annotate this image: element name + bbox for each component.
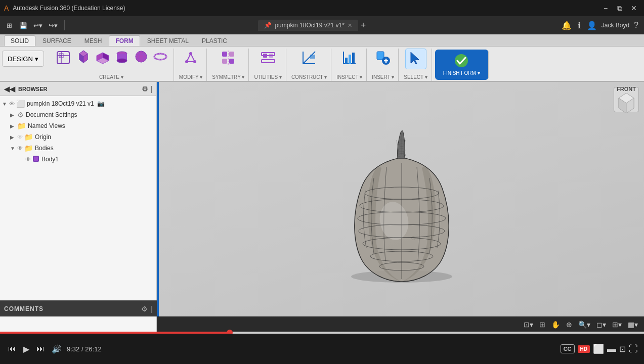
box-button[interactable] [74,49,93,66]
tree-item-named-views[interactable]: ▶ 📁 Named Views [0,120,156,131]
tree-item-doc-settings[interactable]: ▶ ⚙ Document Settings [0,109,156,120]
titlebar: A Autodesk Fusion 360 (Education License… [0,0,644,16]
info-icon[interactable]: ℹ [576,19,582,32]
tab-surface[interactable]: SURFACE [36,36,77,46]
construct-icon [301,50,317,67]
undo-button[interactable]: ↩▾ [31,20,45,31]
ribbon-group-finish-form: FINISH FORM ▾ [435,50,489,80]
symmetry-button[interactable] [218,49,238,68]
eye-icon-origin[interactable]: 👁 [17,134,23,140]
root-label: pumpkin 18Oct19 v21 v1 [27,100,94,107]
snap-icon[interactable]: ⊞ [537,318,547,331]
insert-icon [375,50,391,67]
minimize-button[interactable]: − [599,2,612,14]
views-folder-icon: 📁 [17,122,26,130]
svg-point-22 [193,60,196,63]
snap-button[interactable]: ⊡▾ [522,318,535,331]
eye-icon-bodies[interactable]: 👁 [17,145,23,151]
comments-label: COMMENTS [4,305,44,312]
browser-tree: ▼ 👁 ⬜ pumpkin 18Oct19 v21 v1 📷 ▶ ⚙ Docum… [0,96,156,167]
torus-button[interactable] [151,49,169,66]
zoom-button[interactable]: 🔍▾ [576,318,592,331]
fullscreen-button[interactable]: ⛶ [629,344,638,354]
visual-style-button[interactable]: ▦▾ [626,318,640,331]
inspect-buttons [339,49,360,73]
plane-button[interactable] [94,49,112,66]
cylinder-button[interactable] [113,49,131,66]
tree-item-origin[interactable]: ▶ 👁 📁 Origin [0,131,156,143]
design-button[interactable]: DESIGN ▾ [2,51,44,67]
comments-expand-icon[interactable]: | [151,305,153,313]
app-title: Autodesk Fusion 360 (Education License) [13,5,599,12]
window-controls: − ⧉ ✕ [599,2,640,14]
community-icon[interactable]: 👤 [585,19,598,32]
svg-rect-24 [229,52,234,57]
construct-button[interactable] [299,49,319,68]
browser-panel: ◀◀ BROWSER ⚙ | ▼ 👁 ⬜ pumpkin 18Oct19 v21… [0,82,157,335]
expand-arrow-origin: ▶ [10,134,17,140]
select-group-label: SELECT ▾ [404,74,427,80]
save-button[interactable]: 💾 [17,20,30,31]
svg-rect-23 [222,52,227,57]
select-button[interactable] [405,49,426,69]
browser-settings-icon[interactable]: ⚙ [142,85,148,93]
play-button[interactable]: ▶ [21,342,31,356]
pan-button[interactable]: ✋ [549,318,562,331]
grid-display-button[interactable]: ⊞▾ [610,318,624,331]
browser-expand-icon[interactable]: | [150,85,152,93]
volume-button[interactable]: 🔊 [50,342,64,356]
tab-form[interactable]: FORM [109,35,140,46]
viewcube[interactable]: FRONT [614,87,639,112]
bodies-folder-icon: 📁 [24,144,33,152]
sphere-button[interactable] [132,49,150,66]
close-button[interactable]: ✕ [628,2,640,14]
document-tab[interactable]: 📌 pumpkin 18Oct19 v21 v1* ✕ [258,20,358,31]
skip-to-start-button[interactable]: ⏮ [6,342,18,355]
redo-button[interactable]: ↪▾ [46,20,60,31]
miniplayer-button[interactable]: ⬜ [593,343,604,354]
tab-plastic[interactable]: PLASTIC [196,36,233,46]
insert-button[interactable] [373,49,393,68]
tab-sheet-metal[interactable]: SHEET METAL [141,36,195,46]
display-settings-button[interactable]: ◻▾ [594,318,608,331]
expand-arrow-root: ▼ [2,101,9,107]
inspect-button[interactable] [339,49,360,68]
tab-design[interactable]: SOLID [4,35,35,46]
create-form-button[interactable] [53,49,73,70]
svg-rect-46 [34,157,38,161]
help-icon[interactable]: ? [632,19,640,31]
theater-button[interactable]: ▬ [607,344,616,354]
skip-button[interactable]: ⏭ [34,342,47,355]
utilities-button[interactable] [258,49,278,68]
eye-icon-root[interactable]: 👁 [9,101,15,107]
ribbon-tab-row: SOLID SURFACE MESH FORM SHEET METAL PLAS… [0,34,644,47]
origin-folder-icon: 📁 [24,133,33,141]
viewport[interactable]: FRONT [159,82,644,335]
save-group: 💾 ↩▾ ↪▾ [17,20,60,31]
tree-item-root[interactable]: ▼ 👁 ⬜ pumpkin 18Oct19 v21 v1 📷 [0,98,156,109]
modify-button[interactable] [181,49,201,68]
root-camera-icon[interactable]: 📷 [97,100,105,107]
right-controls: 🔔 ℹ 👤 Jack Boyd ? [560,19,640,32]
maximize-button[interactable]: ⧉ [614,2,626,14]
hd-badge[interactable]: HD [578,345,590,353]
eye-icon-body1[interactable]: 👁 [25,156,31,162]
tab-mesh[interactable]: MESH [78,36,108,46]
comments-bar: COMMENTS ⚙ | [0,300,157,316]
zoom-fit-button[interactable]: ⊕ [564,318,574,331]
pip-button[interactable]: ⊡ [619,344,626,354]
grid-menu-button[interactable]: ⊞ [4,20,15,31]
notification-icon[interactable]: 🔔 [560,19,573,32]
close-tab-button[interactable]: ✕ [348,22,352,29]
doc-icon: ⬜ [16,100,25,108]
tree-item-body1[interactable]: 👁 Body1 [0,154,156,165]
add-tab-button[interactable]: + [358,19,369,32]
svg-point-20 [189,52,192,55]
comments-settings-icon[interactable]: ⚙ [141,305,148,313]
design-arrow: ▾ [35,55,38,63]
utilities-group-label: UTILITIES ▾ [254,74,281,80]
cc-button[interactable]: CC [561,344,575,353]
finish-form-button[interactable]: FINISH FORM ▾ [441,52,482,77]
browser-collapse-button[interactable]: ◀◀ [4,85,15,93]
tree-item-bodies[interactable]: ▼ 👁 📁 Bodies [0,143,156,154]
